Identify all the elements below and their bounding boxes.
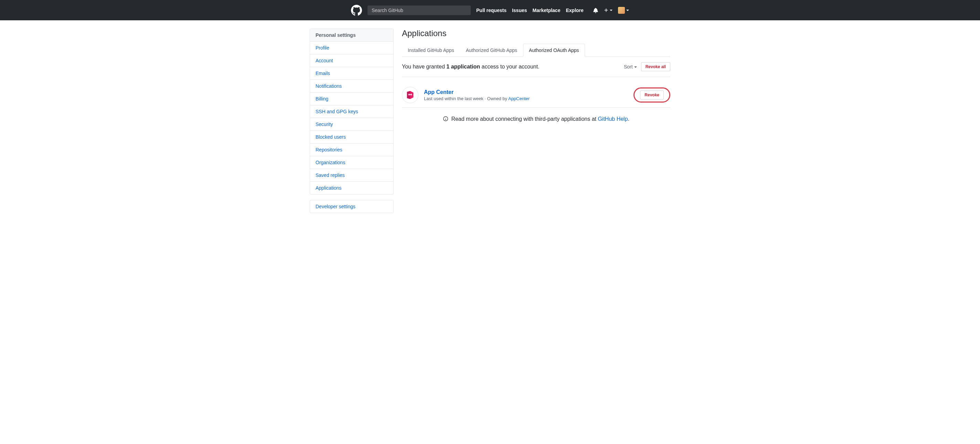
search-input[interactable] (368, 5, 471, 15)
create-new-dropdown[interactable] (604, 8, 612, 13)
sidebar-item-organizations[interactable]: Organizations (310, 156, 393, 169)
github-logo[interactable] (351, 5, 362, 16)
sidebar-heading: Personal settings (310, 29, 393, 41)
avatar (618, 7, 625, 14)
nav-explore[interactable]: Explore (566, 8, 583, 13)
nav-pull-requests[interactable]: Pull requests (476, 8, 506, 13)
github-help-link[interactable]: GitHub Help (598, 116, 628, 122)
info-icon (443, 116, 449, 122)
revoke-all-button[interactable]: Revoke all (641, 62, 670, 71)
settings-sidebar: Personal settings Profile Account Emails… (310, 29, 394, 218)
user-menu-dropdown[interactable] (618, 7, 629, 14)
sidebar-item-account[interactable]: Account (310, 54, 393, 67)
app-meta: Last used within the last week · Owned b… (424, 96, 633, 101)
app-owner-link[interactable]: AppCenter (508, 96, 530, 101)
nav-issues[interactable]: Issues (512, 8, 527, 13)
revoke-highlight: Revoke (633, 88, 670, 103)
oauth-app-row: App Center Last used within the last wee… (402, 83, 670, 108)
nav-marketplace[interactable]: Marketplace (533, 8, 560, 13)
tab-authorized-oauth-apps[interactable]: Authorized OAuth Apps (523, 44, 585, 57)
notifications-icon[interactable] (593, 8, 598, 13)
sidebar-item-developer-settings[interactable]: Developer settings (310, 201, 393, 213)
revoke-button[interactable]: Revoke (640, 91, 664, 99)
tab-nav: Installed GitHub Apps Authorized GitHub … (402, 44, 670, 57)
tab-authorized-github-apps[interactable]: Authorized GitHub Apps (460, 44, 523, 56)
sidebar-item-applications[interactable]: Applications (310, 182, 393, 194)
main-content: Applications Installed GitHub Apps Autho… (402, 29, 670, 218)
sidebar-item-notifications[interactable]: Notifications (310, 80, 393, 92)
app-icon (402, 87, 418, 103)
tab-installed-apps[interactable]: Installed GitHub Apps (402, 44, 460, 56)
help-text: Read more about connecting with third-pa… (402, 116, 670, 122)
sidebar-item-blocked-users[interactable]: Blocked users (310, 131, 393, 143)
sidebar-item-profile[interactable]: Profile (310, 41, 393, 54)
sidebar-item-security[interactable]: Security (310, 118, 393, 131)
sidebar-item-repositories[interactable]: Repositories (310, 143, 393, 156)
app-name-link[interactable]: App Center (424, 89, 453, 95)
sidebar-item-ssh-gpg[interactable]: SSH and GPG keys (310, 105, 393, 118)
sort-dropdown[interactable]: Sort (624, 64, 637, 70)
primary-nav: Pull requests Issues Marketplace Explore (476, 8, 584, 13)
global-header: Pull requests Issues Marketplace Explore (0, 0, 980, 20)
sidebar-item-emails[interactable]: Emails (310, 67, 393, 80)
page-title: Applications (402, 29, 670, 38)
sidebar-item-billing[interactable]: Billing (310, 92, 393, 105)
grant-summary: You have granted 1 application access to… (402, 64, 539, 70)
sidebar-item-saved-replies[interactable]: Saved replies (310, 169, 393, 182)
